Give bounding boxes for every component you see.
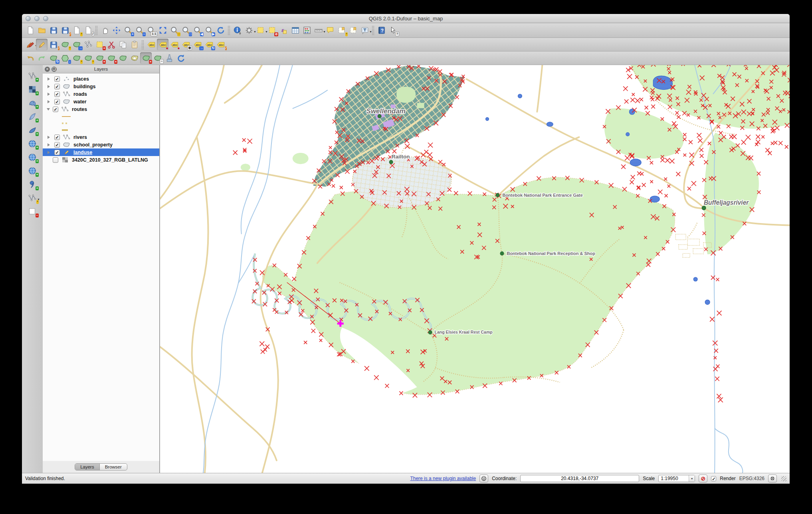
layer-expander[interactable]: [48, 143, 51, 146]
plugin-indicator-icon[interactable]: [479, 474, 488, 482]
split-features-button[interactable]: ×: [140, 52, 152, 64]
delete-selected-button[interactable]: ×: [94, 39, 105, 50]
window-resize-grip[interactable]: [781, 476, 786, 481]
coordinate-input[interactable]: [521, 475, 639, 482]
show-bookmarks-button[interactable]: [347, 25, 359, 36]
deselect-features-button[interactable]: ⊘: [266, 25, 278, 36]
identify-features-button[interactable]: [232, 25, 243, 36]
select-by-expression-button[interactable]: [278, 25, 289, 36]
toggle-editing-button[interactable]: [36, 39, 48, 50]
add-postgis-layer-button[interactable]: +: [26, 97, 38, 109]
help-contents-button[interactable]: [376, 25, 387, 36]
open-project-button[interactable]: [36, 25, 48, 36]
stop-rendering-button[interactable]: ⊘: [699, 474, 707, 482]
zoom-next-button[interactable]: ▶: [203, 25, 215, 36]
undo-button[interactable]: [24, 52, 36, 64]
move-feature-button[interactable]: →: [71, 39, 82, 50]
new-shapefile-layer-button[interactable]: *▼: [26, 192, 38, 204]
rotate-feature-button[interactable]: ↻: [48, 52, 59, 64]
split-parts-button[interactable]: ~: [152, 52, 163, 64]
save-project-button[interactable]: [48, 25, 59, 36]
layer-visibility-checkbox[interactable]: ✓: [54, 91, 60, 97]
scale-combo-arrow[interactable]: ▼: [689, 475, 695, 482]
pin-unpin-labels-button[interactable]: ●: [157, 39, 168, 50]
zoom-full-button[interactable]: [157, 25, 168, 36]
refresh-map-button[interactable]: [215, 25, 226, 36]
layer-visibility-checkbox[interactable]: ✓: [54, 134, 60, 140]
layer-expander[interactable]: [48, 85, 51, 88]
layer-expander[interactable]: [47, 108, 50, 112]
add-mssql-layer-button[interactable]: +: [26, 124, 38, 136]
cut-features-button[interactable]: [105, 39, 117, 50]
layer-expander[interactable]: [48, 77, 51, 81]
zoom-to-selection-button[interactable]: □: [168, 25, 180, 36]
add-feature-button[interactable]: *: [59, 39, 71, 50]
current-edits-button[interactable]: ▼: [24, 39, 36, 50]
run-feature-action-button[interactable]: ▼: [243, 25, 255, 36]
layer-item-places[interactable]: ✓places: [43, 75, 159, 83]
open-attribute-table-button[interactable]: [289, 25, 301, 36]
change-label-button[interactable]: ∕: [215, 39, 226, 50]
move-label-button[interactable]: →: [192, 39, 203, 50]
zoom-native-button[interactable]: 1:1: [145, 25, 157, 36]
layer-item-buildings[interactable]: ✓buildings: [43, 83, 159, 90]
new-bookmark-button[interactable]: *: [336, 25, 347, 36]
add-vector-layer-button[interactable]: +: [26, 70, 38, 82]
zoom-last-button[interactable]: ◀: [192, 25, 203, 36]
add-spatialite-layer-button[interactable]: +: [26, 111, 38, 123]
zoom-out-button[interactable]: −: [134, 25, 145, 36]
layer-visibility-checkbox[interactable]: ✓: [54, 99, 60, 105]
field-calculator-button[interactable]: [301, 25, 313, 36]
paste-features-button[interactable]: [129, 39, 140, 50]
rotate-label-button[interactable]: ↻: [203, 39, 215, 50]
new-project-button[interactable]: [24, 25, 36, 36]
delete-part-button[interactable]: ×: [105, 52, 117, 64]
text-annotation-button[interactable]: ▼: [359, 25, 370, 36]
add-wcs-layer-button[interactable]: +: [26, 151, 38, 163]
layer-expander[interactable]: [48, 93, 51, 96]
title-bar[interactable]: QGIS 2.0.1-Dufour – basic_map: [22, 14, 790, 23]
scale-combo[interactable]: 1:19950 ▼: [658, 475, 695, 482]
panel-tab-browser[interactable]: Browser: [99, 464, 127, 470]
layer-expander[interactable]: [48, 151, 51, 154]
layer-item-3420c_2010_327_rgb_latlng[interactable]: 3420C_2010_327_RGB_LATLNG: [43, 156, 159, 164]
reshape-features-button[interactable]: [117, 52, 129, 64]
composer-manager-button[interactable]: ∕: [82, 25, 94, 36]
layer-labeling-options-button[interactable]: [145, 39, 157, 50]
zoom-in-button[interactable]: +: [122, 25, 134, 36]
simplify-feature-button[interactable]: ↓: [59, 52, 71, 64]
layer-visibility-checkbox[interactable]: [53, 157, 58, 163]
save-layer-edits-button[interactable]: ∕: [48, 39, 59, 50]
add-ring-button[interactable]: *: [71, 52, 82, 64]
select-features-button[interactable]: ▼: [255, 25, 266, 36]
highlight-pinned-labels-button[interactable]: ●: [168, 39, 180, 50]
new-print-composer-button[interactable]: *: [71, 25, 82, 36]
whats-this-button[interactable]: ?: [387, 25, 399, 36]
layer-visibility-checkbox[interactable]: ✓: [53, 107, 58, 112]
zoom-to-layer-button[interactable]: □: [180, 25, 192, 36]
layer-expander[interactable]: [48, 100, 51, 103]
rotate-point-symbols-button[interactable]: [175, 52, 186, 64]
render-checkbox[interactable]: ✓: [711, 476, 716, 481]
layer-item-landuse[interactable]: ✓landuse: [43, 148, 159, 156]
layer-expander[interactable]: [48, 136, 51, 139]
layer-visibility-checkbox[interactable]: ✓: [54, 142, 60, 148]
panel-tab-layers[interactable]: Layers: [75, 464, 99, 470]
remove-layer-button[interactable]: −: [26, 206, 38, 217]
copy-features-button[interactable]: [117, 39, 129, 50]
plugin-available-link[interactable]: There is a new plugin available: [410, 476, 476, 481]
offset-curve-button[interactable]: [129, 52, 140, 64]
save-project-as-button[interactable]: ∕: [59, 25, 71, 36]
layer-item-roads[interactable]: ✓roads: [43, 90, 159, 98]
delete-ring-button[interactable]: ×: [94, 52, 105, 64]
add-raster-layer-button[interactable]: +: [26, 83, 38, 95]
layer-item-water[interactable]: ✓water: [43, 98, 159, 105]
layer-item-routes[interactable]: ✓routes: [43, 105, 159, 113]
pan-to-selection-button[interactable]: [111, 25, 122, 36]
layer-visibility-checkbox[interactable]: ✓: [54, 76, 60, 82]
show-hide-labels-button[interactable]: ◉: [180, 39, 192, 50]
add-oracle-layer-button[interactable]: +: [26, 178, 38, 190]
measure-button[interactable]: ▼: [313, 25, 324, 36]
add-part-button[interactable]: *: [82, 52, 94, 64]
layer-visibility-checkbox[interactable]: ✓: [54, 84, 60, 89]
